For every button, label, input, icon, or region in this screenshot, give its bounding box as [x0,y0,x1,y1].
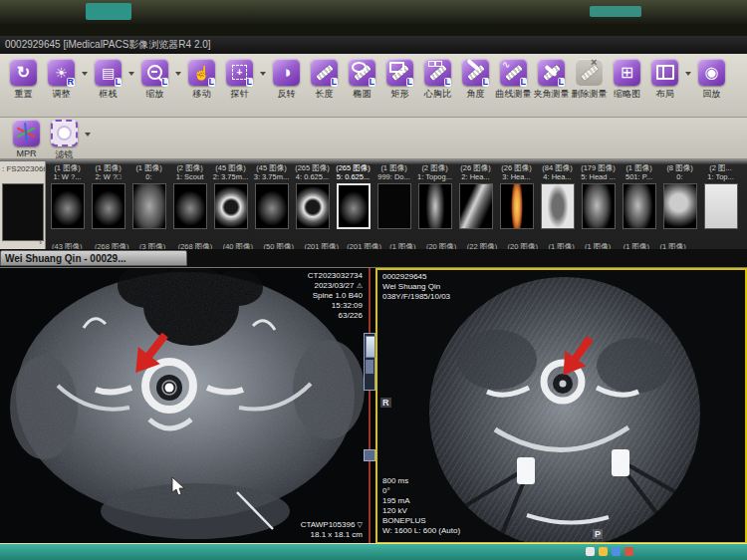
ellipse-measure-button[interactable]: L 椭圆 [344,59,380,101]
thumb-count: (265 图像) [336,163,371,172]
series-thumbnail[interactable]: (179 图像)5: Head ... [578,163,619,229]
slice-scrollbar[interactable] [364,333,375,391]
button-label: 框栈 [100,88,118,101]
series-thumbnail[interactable]: (2 图...1: Top... [700,163,741,229]
orientation-marker-right: R [380,398,391,408]
thumb-name: 5: 0.625... [337,172,370,181]
thumb-image [622,183,656,229]
thumb-image [173,183,207,229]
button-label: MPR [17,148,37,158]
thumb-name: 2: W ?□ [95,172,121,181]
dropdown-arrow[interactable] [85,133,91,137]
mouse-badge: L [331,78,339,87]
thumb-count: (26 图像) [460,163,490,172]
series-thumbnail[interactable]: (1 图像)0: [128,163,169,229]
annotation-arrow[interactable] [555,332,599,382]
viewport-right-active[interactable]: 0002929645 Wei Shuang Qin 038Y/F/1985/10… [375,268,747,544]
thumb-count: (179 图像) [581,163,616,172]
series-thumbnail[interactable]: (45 图像)2: 3.75m... [210,163,251,229]
scrollbar-thumb[interactable] [366,336,375,358]
thumb-name: 2: 3.75m... [213,172,248,181]
series-thumbnail[interactable]: (265 图像)4: 0.625... [292,163,333,229]
thumb-image [418,183,452,229]
mpr-button[interactable]: MPR [8,120,45,158]
scrollbar-button[interactable] [364,449,375,461]
series-thumbnail-strip: : FS2023066 › (1 图像)1: W ?... (1 图像)2: W… [0,159,747,249]
os-taskbar[interactable] [0,543,747,560]
tray-icon[interactable] [624,547,633,556]
delete-icon: × [591,56,597,68]
series-thumbnail[interactable]: (26 图像)3: Hea... [496,163,537,229]
series-thumbnail[interactable]: (84 图像)4: Hea... [537,163,578,229]
thumb-name: 1: W ?... [54,172,82,181]
included-angle-measure-button[interactable]: L 夹角测量 [533,59,570,101]
window-icon [435,61,442,67]
reset-button[interactable]: ↻ 重置 [5,59,42,101]
series-thumbnail[interactable]: (2 图像)1: Topog... [414,163,455,229]
study-tab[interactable]: Wei Shuang Qin - 00029... [0,250,187,266]
thumb-count: (1 图像) [625,163,651,172]
dropdown-arrow[interactable] [175,72,181,76]
zoom-button[interactable]: L 缩放 [136,59,173,101]
thumb-image [296,183,330,229]
adjust-window-button[interactable]: ☀R 调整 [43,59,80,101]
dropdown-arrow[interactable] [260,72,266,76]
invert-button[interactable]: ◑ 反转 [268,59,305,101]
button-label: 移动 [193,88,211,101]
playback-button[interactable]: ◉ 回放 [693,59,730,101]
toolbar-row2: MPR 滤镜 [0,118,747,159]
dropdown-arrow[interactable] [128,72,134,76]
series-thumbnail[interactable]: (1 图像)1: W ?... [47,163,88,229]
thumb-name: 1: Scout [176,172,204,181]
mouse-badge: L [161,78,169,87]
stack-button[interactable]: ▤L 框栈 [90,59,126,101]
thumb-image [377,183,411,229]
button-label: 矩形 [391,88,409,101]
series-thumbnail[interactable]: (1 图像)999: Do... [374,163,414,229]
annotation-arrow[interactable] [127,328,173,380]
cardiothoracic-ratio-button[interactable]: L 心胸比 [419,59,456,101]
series-thumbnail[interactable]: (8 图像)0: [659,163,700,229]
thumb-count: (26 图像) [501,163,531,172]
layout-button[interactable]: 布局 [646,59,683,101]
patient-list-panel[interactable]: : FS2023066 › [0,161,46,249]
patient-thumb-box[interactable] [2,183,44,241]
thumb-count: (84 图像) [542,163,572,172]
series-thumbnail-selected[interactable]: (265 图像)5: 0.625... [333,163,374,229]
thumbnail-view-button[interactable]: ⊞ 缩略图 [609,59,645,101]
series-thumbnail[interactable]: (2 图像)1: Scout [169,163,210,229]
triangle-icon: ▽ [358,521,363,528]
thumb-name: 1: Topog... [417,172,452,181]
overlay-study-info: CT2023032734 2023/03/27 ⚠ Spine 1.0 B40 … [308,271,363,321]
curve-measure-button[interactable]: ∿L 曲线测量 [495,59,532,101]
thumb-name: 0: [676,172,682,181]
length-measure-button[interactable]: L 长度 [306,59,343,101]
series-thumbnail[interactable]: (26 图像)2: Hea... [455,163,496,229]
series-thumbnail[interactable]: (1 图像)2: W ?□ [88,163,128,229]
angle-measure-button[interactable]: L 角度 [457,59,494,101]
layout-icon [656,65,674,80]
viewer-tabbar: Wei Shuang Qin - 00029... [0,249,747,267]
cine-reel-icon: ◉ [705,63,719,82]
tray-icon[interactable] [586,547,595,556]
dropdown-arrow[interactable] [685,72,691,76]
rectangle-measure-button[interactable]: L 矩形 [381,59,418,101]
series-thumbnail[interactable]: (45 图像)3: 3.75m... [251,163,292,229]
tray-icon[interactable] [612,547,621,556]
filter-button[interactable]: 滤镜 [46,120,83,161]
mouse-badge: L [444,78,452,87]
background-teal-patch [590,6,641,17]
expand-more-icon[interactable]: › [39,238,42,247]
mouse-badge: L [482,78,490,87]
viewport-left[interactable]: CT2023032734 2023/03/27 ⚠ Spine 1.0 B40 … [0,268,371,544]
pan-button[interactable]: ☝L 移动 [183,59,220,101]
tray-icon[interactable] [599,547,608,556]
dropdown-arrow[interactable] [82,72,88,76]
study-tab-label: Wei Shuang Qin - 00029... [5,253,126,264]
accession-label: : FS2023066 [0,161,45,173]
thumb-count: (45 图像) [215,163,245,172]
taskbar-tray-icons[interactable] [586,547,633,556]
probe-button[interactable]: +L 探针 [221,59,258,101]
series-thumbnail[interactable]: (1 图像)501: P... [619,163,659,229]
window-titlebar[interactable]: 0002929645 [iMedicalPACS影像浏览器R4 2.0] [0,36,747,54]
